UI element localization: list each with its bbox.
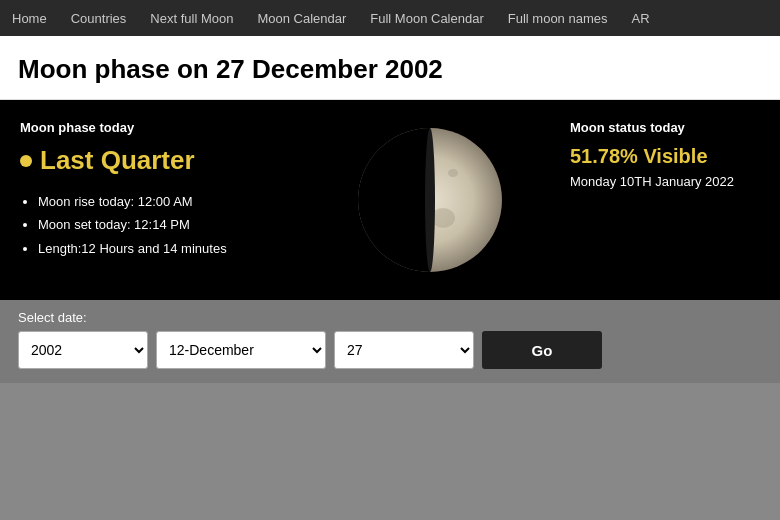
moon-visible-percent: 51.78% Visible	[570, 145, 760, 168]
nav-ar[interactable]: AR	[631, 11, 649, 26]
page-title-area: Moon phase on 27 December 2002	[0, 36, 780, 100]
moon-image-area	[300, 100, 560, 300]
nav-next-full-moon[interactable]: Next full Moon	[150, 11, 233, 26]
moon-panel: Moon phase today Last Quarter Moon rise …	[0, 100, 780, 300]
moon-svg	[353, 118, 508, 283]
nav-full-moon-names[interactable]: Full moon names	[508, 11, 608, 26]
page-title: Moon phase on 27 December 2002	[18, 54, 762, 85]
select-date-label: Select date:	[18, 310, 762, 325]
moon-left-section: Moon phase today Last Quarter Moon rise …	[0, 100, 300, 300]
nav-home[interactable]: Home	[12, 11, 47, 26]
svg-point-8	[425, 128, 435, 272]
nav-countries[interactable]: Countries	[71, 11, 127, 26]
moon-phase-name-row: Last Quarter	[20, 145, 280, 176]
moon-status-label: Moon status today	[570, 120, 760, 135]
go-button[interactable]: Go	[482, 331, 602, 369]
moon-right-section: Moon status today 51.78% Visible Monday …	[560, 100, 780, 300]
navbar: Home Countries Next full Moon Moon Calen…	[0, 0, 780, 36]
moon-detail-set: Moon set today: 12:14 PM	[38, 213, 280, 236]
controls-row: 1990199119921993199419951996199719981999…	[18, 331, 762, 369]
day-select[interactable]: 1234567891011121314151617181920212223242…	[334, 331, 474, 369]
month-select[interactable]: 1-January2-February3-March4-April5-May6-…	[156, 331, 326, 369]
year-select[interactable]: 1990199119921993199419951996199719981999…	[18, 331, 148, 369]
moon-details-list: Moon rise today: 12:00 AM Moon set today…	[20, 190, 280, 260]
moon-phase-label: Moon phase today	[20, 120, 280, 135]
moon-detail-rise: Moon rise today: 12:00 AM	[38, 190, 280, 213]
controls-area: Select date: 199019911992199319941995199…	[0, 300, 780, 383]
moon-status-date: Monday 10TH January 2022	[570, 174, 760, 189]
nav-moon-calendar[interactable]: Moon Calendar	[257, 11, 346, 26]
content-wrapper: Moon phase on 27 December 2002 Moon phas…	[0, 36, 780, 300]
svg-rect-7	[358, 128, 430, 272]
moon-phase-text: Last Quarter	[40, 145, 195, 176]
moon-detail-length: Length:12 Hours and 14 minutes	[38, 237, 280, 260]
nav-full-moon-calendar[interactable]: Full Moon Calendar	[370, 11, 483, 26]
svg-point-5	[448, 169, 458, 177]
moon-phase-dot	[20, 155, 32, 167]
